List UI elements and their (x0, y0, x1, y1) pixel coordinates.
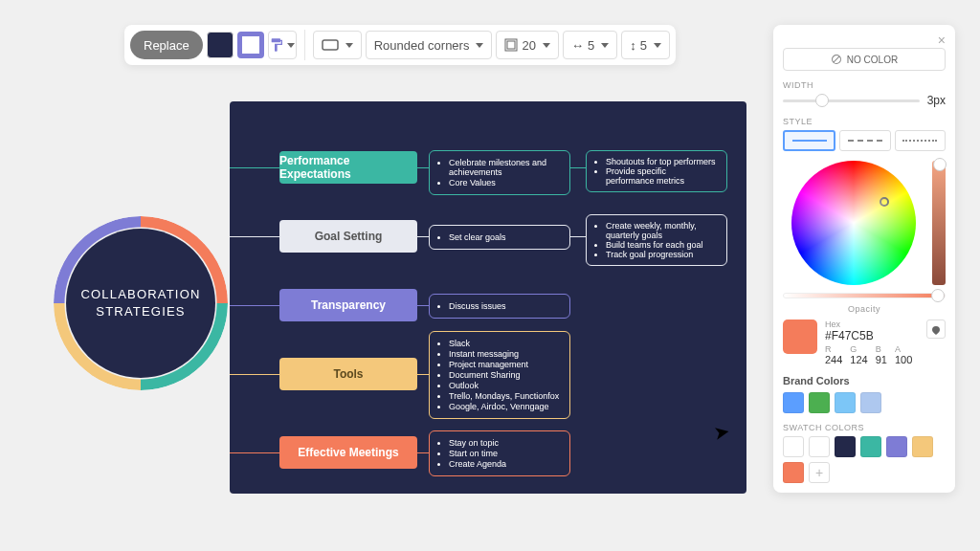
palette-swatch[interactable] (860, 436, 881, 457)
topic-node[interactable]: Tools (279, 358, 417, 390)
brand-color-swatch[interactable] (860, 392, 881, 413)
width-slider[interactable] (783, 99, 920, 102)
current-color-swatch (783, 320, 817, 354)
detail-node[interactable]: SlackInstant messagingProject management… (429, 331, 570, 419)
palette-swatch[interactable] (835, 436, 856, 457)
brand-color-swatch[interactable] (783, 392, 804, 413)
topic-node[interactable]: Performance Expectations (279, 151, 417, 184)
replace-button[interactable]: Replace (130, 31, 203, 59)
no-color-button[interactable]: NO COLOR (783, 48, 946, 71)
brand-color-swatch[interactable] (835, 392, 856, 413)
palette-swatch[interactable] (912, 436, 933, 457)
detail-node[interactable]: Stay on topicStart on timeCreate Agenda (429, 430, 570, 476)
palette-swatch[interactable] (783, 436, 804, 457)
opacity-slider[interactable] (783, 293, 946, 298)
topic-node[interactable]: Effective Meetings (279, 436, 417, 469)
detail-node[interactable]: Celebrate milestones and achievementsCor… (429, 150, 570, 195)
svg-rect-2 (507, 41, 515, 49)
palette-swatch[interactable] (783, 462, 804, 483)
border-color-swatch[interactable] (237, 32, 264, 58)
h-spacing-dropdown[interactable]: ↔5 (563, 31, 617, 59)
corner-style-dropdown[interactable]: Rounded corners (366, 31, 493, 59)
shade-slider[interactable] (932, 161, 946, 285)
detail-node[interactable]: Shoutouts for top performersProvide spec… (586, 150, 727, 192)
eyedropper-icon[interactable] (926, 320, 946, 339)
shape-picker[interactable] (313, 31, 362, 59)
hex-label: Hex (825, 320, 919, 329)
paint-format-icon[interactable] (268, 31, 297, 59)
line-style-solid[interactable] (783, 130, 835, 151)
brand-color-swatch[interactable] (809, 392, 830, 413)
line-style-dashed[interactable] (839, 130, 890, 151)
color-wheel[interactable] (791, 161, 916, 285)
center-node[interactable]: COLLABORATIONSTRATEGIES (54, 216, 228, 390)
v-spacing-dropdown[interactable]: ↕5 (621, 31, 670, 59)
add-swatch-button[interactable]: + (809, 462, 830, 483)
svg-rect-0 (323, 40, 338, 50)
border-width-dropdown[interactable]: 20 (496, 31, 558, 59)
brand-colors-title: Brand Colors (783, 375, 946, 386)
topic-node[interactable]: Transparency (279, 289, 417, 321)
topic-node[interactable]: Goal Setting (279, 220, 417, 253)
detail-node[interactable]: Discuss issues (429, 294, 570, 319)
width-value: 3px (927, 94, 946, 107)
palette-swatch[interactable] (886, 436, 907, 457)
style-label: STYLE (783, 117, 946, 126)
property-toolbar: Replace Rounded corners 20 ↔5 ↕5 (124, 25, 676, 65)
fill-color-swatch[interactable] (207, 32, 234, 58)
close-icon[interactable]: × (938, 33, 946, 48)
hex-value[interactable]: #F47C5B (825, 329, 919, 342)
opacity-label: Opacity (783, 304, 946, 314)
swatch-colors-title: SWATCH COLORS (783, 423, 946, 432)
detail-node[interactable]: Create weekly, monthly, quarterly goalsB… (586, 214, 727, 266)
detail-node[interactable]: Set clear goals (429, 225, 570, 250)
width-label: WIDTH (783, 80, 946, 90)
palette-swatch[interactable] (809, 436, 830, 457)
line-style-dotted[interactable] (895, 130, 946, 151)
mindmap-canvas[interactable]: Performance ExpectationsCelebrate milest… (230, 101, 746, 494)
color-panel: × NO COLOR WIDTH 3px STYLE Opacity Hex #… (773, 25, 955, 493)
center-node-label: COLLABORATIONSTRATEGIES (66, 229, 215, 378)
